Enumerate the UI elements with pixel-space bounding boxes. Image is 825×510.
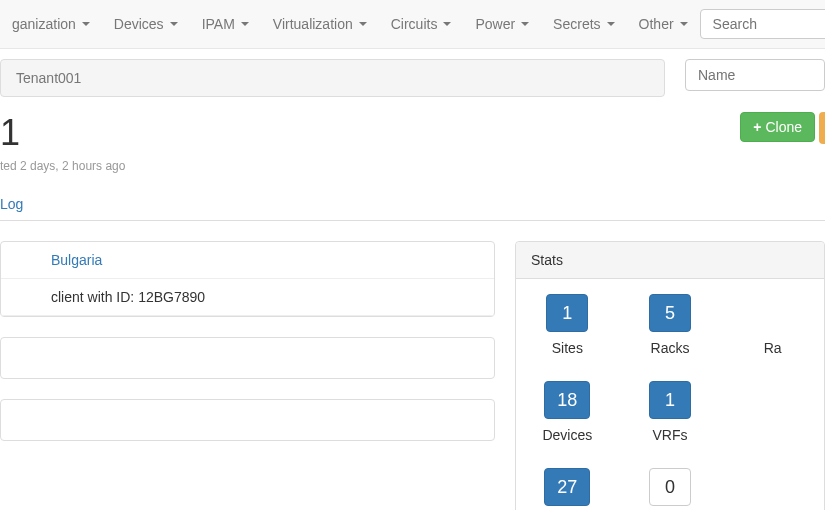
stat-label-racks: Racks bbox=[651, 340, 690, 356]
clone-button[interactable]: + Clone bbox=[740, 112, 815, 142]
detail-row-client: client with ID: 12BG7890 bbox=[1, 279, 494, 316]
stat-vrfs: 1 VRFs bbox=[624, 381, 717, 443]
header-row: 1 + Clone bbox=[0, 112, 825, 154]
nav-item-secrets[interactable]: Secrets bbox=[541, 8, 626, 40]
plus-icon: + bbox=[753, 119, 761, 135]
nav-label: Devices bbox=[114, 16, 164, 32]
nav-label: Power bbox=[475, 16, 515, 32]
nav-label: ganization bbox=[12, 16, 76, 32]
caret-icon bbox=[607, 22, 615, 26]
nav-item-power[interactable]: Power bbox=[463, 8, 541, 40]
nav-item-virtualization[interactable]: Virtualization bbox=[261, 8, 379, 40]
edit-button-edge[interactable] bbox=[819, 112, 825, 144]
empty-panel-body bbox=[1, 400, 494, 440]
stats-panel: Stats 1 Sites 5 Racks Ra bbox=[515, 241, 825, 510]
stat-sites: 1 Sites bbox=[521, 294, 614, 356]
caret-icon bbox=[82, 22, 90, 26]
caret-icon bbox=[170, 22, 178, 26]
caret-icon bbox=[359, 22, 367, 26]
left-column: Bulgaria client with ID: 12BG7890 bbox=[0, 241, 495, 510]
breadcrumb-text: Tenant001 bbox=[16, 70, 81, 86]
timestamp: ted 2 days, 2 hours ago bbox=[0, 159, 825, 173]
breadcrumb-search bbox=[685, 59, 825, 97]
nav-item-other[interactable]: Other bbox=[627, 8, 700, 40]
tab-log[interactable]: Log bbox=[0, 188, 23, 220]
detail-row-country: Bulgaria bbox=[1, 242, 494, 279]
caret-icon bbox=[680, 22, 688, 26]
nav-item-devices[interactable]: Devices bbox=[102, 8, 190, 40]
right-column: Stats 1 Sites 5 Racks Ra bbox=[515, 241, 825, 510]
stat-badge-ip[interactable]: 27 bbox=[544, 468, 590, 506]
stat-badge-vrfs[interactable]: 1 bbox=[649, 381, 691, 419]
nav-item-ipam[interactable]: IPAM bbox=[190, 8, 261, 40]
nav-item-organization[interactable]: ganization bbox=[0, 8, 102, 40]
empty-panel-2 bbox=[0, 399, 495, 441]
stat-devices: 18 Devices bbox=[521, 381, 614, 443]
caret-icon bbox=[521, 22, 529, 26]
details-panel: Bulgaria client with ID: 12BG7890 bbox=[0, 241, 495, 317]
stat-racks: 5 Racks bbox=[624, 294, 717, 356]
name-search-input[interactable] bbox=[685, 59, 825, 91]
stat-vlans: 0 VLANs bbox=[624, 468, 717, 510]
breadcrumb: Tenant001 bbox=[0, 59, 665, 97]
main-container: Tenant001 1 + Clone ted 2 days, 2 hours … bbox=[0, 59, 825, 510]
caret-icon bbox=[241, 22, 249, 26]
page-title: 1 bbox=[0, 112, 20, 154]
stat-badge-racks[interactable]: 5 bbox=[649, 294, 691, 332]
action-buttons: + Clone bbox=[740, 112, 825, 144]
nav-label: Secrets bbox=[553, 16, 600, 32]
stats-grid: 1 Sites 5 Racks Ra 18 Devices bbox=[516, 279, 824, 510]
breadcrumb-row: Tenant001 bbox=[0, 59, 825, 97]
stat-badge-sites[interactable]: 1 bbox=[546, 294, 588, 332]
stat-label-sites: Sites bbox=[552, 340, 583, 356]
stat-partial bbox=[726, 381, 819, 443]
client-id-text: client with ID: 12BG7890 bbox=[51, 289, 205, 305]
nav-label: Other bbox=[639, 16, 674, 32]
stat-partial: Ra bbox=[726, 294, 819, 356]
search-input[interactable] bbox=[700, 9, 825, 39]
nav-label: Virtualization bbox=[273, 16, 353, 32]
stat-badge-devices[interactable]: 18 bbox=[544, 381, 590, 419]
caret-icon bbox=[443, 22, 451, 26]
stat-ip-addresses: 27 IP addresses bbox=[521, 468, 614, 510]
stat-label-vrfs: VRFs bbox=[652, 427, 687, 443]
stat-label-cut: Ra bbox=[764, 340, 782, 356]
nav-item-circuits[interactable]: Circuits bbox=[379, 8, 464, 40]
nav-label: IPAM bbox=[202, 16, 235, 32]
country-link[interactable]: Bulgaria bbox=[51, 252, 102, 268]
stat-partial bbox=[726, 468, 819, 510]
empty-panel-body bbox=[1, 338, 494, 378]
clone-label: Clone bbox=[765, 119, 802, 135]
nav-items: ganization Devices IPAM Virtualization C… bbox=[0, 8, 700, 40]
main-row: Bulgaria client with ID: 12BG7890 Stats bbox=[0, 241, 825, 510]
nav-search bbox=[700, 9, 825, 39]
navbar: ganization Devices IPAM Virtualization C… bbox=[0, 0, 825, 49]
empty-panel-1 bbox=[0, 337, 495, 379]
nav-label: Circuits bbox=[391, 16, 438, 32]
stat-badge-vlans[interactable]: 0 bbox=[649, 468, 691, 506]
stats-heading: Stats bbox=[516, 242, 824, 279]
stat-label-devices: Devices bbox=[542, 427, 592, 443]
tabs: Log bbox=[0, 188, 825, 221]
